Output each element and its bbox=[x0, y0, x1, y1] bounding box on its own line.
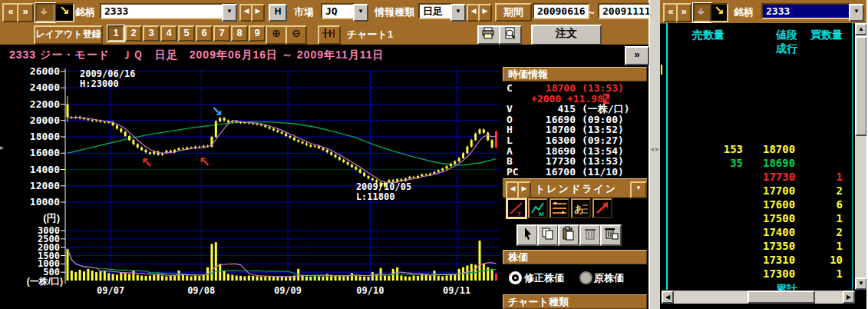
board-expand-button[interactable]: » bbox=[676, 3, 691, 22]
layout-7-button[interactable]: 7 bbox=[213, 25, 230, 42]
symbol-input[interactable]: 2333 bbox=[100, 3, 236, 19]
zoom-in-button[interactable]: ⊕ bbox=[266, 25, 287, 45]
svg-text:14000: 14000 bbox=[30, 164, 60, 175]
layout-1-button[interactable]: 1 bbox=[107, 25, 124, 42]
svg-text:09/08: 09/08 bbox=[187, 285, 215, 296]
layout-8-button[interactable]: 8 bbox=[231, 25, 248, 42]
quote-value: 16690 bbox=[528, 115, 576, 125]
print-button[interactable] bbox=[477, 25, 500, 45]
preview-icon bbox=[503, 27, 518, 39]
printer-icon bbox=[481, 27, 497, 39]
market-select[interactable]: JQ bbox=[321, 3, 356, 19]
order-button[interactable]: 注文 bbox=[531, 25, 602, 45]
layout-3-button[interactable]: 3 bbox=[143, 25, 160, 42]
adjusted-price-radio[interactable] bbox=[509, 271, 522, 284]
expand-panel-button[interactable]: » bbox=[625, 46, 649, 65]
scroll-up-button[interactable]: ▲ bbox=[855, 23, 867, 35]
trendline-bar: ◀ ▶ トレンドライン ▼ bbox=[503, 178, 647, 198]
move-window-icon[interactable]: ↔ ↕ bbox=[35, 3, 55, 22]
board-horizontal-scrollbar[interactable]: ◀ ▶ bbox=[662, 291, 855, 304]
sell-qty: 35 bbox=[674, 156, 743, 170]
price-level: 17730 bbox=[763, 170, 810, 184]
scroll-right-button[interactable]: ▶ bbox=[843, 291, 855, 304]
book-row-18690[interactable]: 3518690 bbox=[668, 156, 852, 170]
book-row-18700[interactable]: 15318700 bbox=[668, 142, 852, 156]
market-dropdown-button[interactable]: ▼ bbox=[353, 4, 368, 22]
zigzag-tool-button[interactable]: M bbox=[528, 198, 548, 218]
price-chart-canvas[interactable]: 1000012000140001600018000200002200024000… bbox=[0, 65, 503, 309]
book-row-17730[interactable]: 177301 bbox=[668, 170, 852, 184]
book-row-17400[interactable]: 174002 bbox=[668, 225, 852, 239]
spacer bbox=[674, 42, 743, 55]
period-to-input[interactable]: 20091111 bbox=[598, 3, 652, 19]
arrow-tool-button[interactable] bbox=[592, 198, 612, 218]
book-row-17500[interactable]: 175001 bbox=[668, 211, 852, 225]
candle-bars-glyph bbox=[321, 27, 338, 40]
scroll-left-button[interactable]: ◀ bbox=[662, 291, 674, 304]
move-arrows-glyph2: ↕ bbox=[37, 4, 51, 18]
symbol-dropdown-button[interactable]: ▼ bbox=[222, 4, 237, 22]
book-row-17350[interactable]: 173501 bbox=[668, 239, 852, 253]
svg-text:T: T bbox=[517, 211, 521, 217]
print-preview-button[interactable] bbox=[499, 25, 522, 45]
quote-row-A: A18690(13:54) bbox=[503, 146, 647, 157]
svg-text:↘: ↘ bbox=[211, 104, 223, 119]
layout-5-button[interactable]: 5 bbox=[178, 25, 195, 42]
link-window-icon[interactable]: ↘ bbox=[54, 3, 74, 22]
chart-switch-icon[interactable] bbox=[318, 25, 341, 45]
board-symbol-dropdown-button[interactable]: ▼ bbox=[849, 4, 864, 22]
trendline-icon: T bbox=[508, 200, 525, 217]
fib-lines-tool-button[interactable] bbox=[550, 198, 569, 218]
adjusted-price-label[interactable]: 修正株価 bbox=[524, 271, 564, 285]
price-header: 値段 bbox=[763, 28, 810, 42]
info-type-select[interactable]: 日足 bbox=[418, 3, 454, 19]
delete-all-button[interactable] bbox=[600, 224, 622, 246]
layout-9-button[interactable]: 9 bbox=[249, 25, 266, 42]
raw-price-radio[interactable] bbox=[579, 271, 592, 284]
splitter-expand-arrow[interactable]: ▸ bbox=[655, 145, 659, 153]
trash-all-icon bbox=[603, 226, 619, 241]
horizontal-scroll-thumb[interactable] bbox=[748, 291, 815, 304]
delete-button[interactable] bbox=[579, 224, 601, 246]
layout-6-button[interactable]: 6 bbox=[196, 25, 213, 42]
quote-label bbox=[503, 94, 528, 105]
text-tool-button[interactable]: あ bbox=[571, 198, 591, 218]
svg-text:H:23000: H:23000 bbox=[80, 78, 119, 89]
vertical-scroll-thumb[interactable] bbox=[855, 36, 867, 136]
layout-register-button[interactable]: レイアウト登録 bbox=[34, 25, 103, 45]
book-row-17310[interactable]: 1731010 bbox=[668, 253, 852, 267]
expand-right-button[interactable]: » bbox=[17, 3, 34, 22]
svg-text:↖: ↖ bbox=[141, 155, 153, 171]
period-next-button[interactable]: ▶ bbox=[478, 4, 492, 22]
left-splitter-arrow[interactable]: ▸ bbox=[0, 143, 4, 151]
history-button[interactable]: H bbox=[269, 4, 287, 22]
info-type-dropdown-button[interactable]: ▼ bbox=[451, 4, 466, 22]
raw-price-label[interactable]: 原株価 bbox=[594, 271, 624, 285]
board-link-window-icon[interactable]: ↘ bbox=[710, 3, 728, 22]
splitter-collapse-arrow[interactable]: ◂ bbox=[650, 145, 654, 153]
paste-icon bbox=[561, 226, 576, 241]
quote-value: 16300 bbox=[528, 135, 576, 146]
book-row-17600[interactable]: 176006 bbox=[668, 198, 852, 211]
trendline-tool-button[interactable]: T bbox=[507, 198, 526, 218]
quote-panel: C18700(13:53)+2000 +11.98%V415(一株/口)O166… bbox=[503, 83, 647, 178]
scroll-down-button[interactable]: ▼ bbox=[855, 277, 867, 290]
board-symbol-input[interactable]: 2333 bbox=[761, 3, 850, 19]
book-row-17300[interactable]: 173001 bbox=[668, 267, 852, 281]
sell-qty bbox=[674, 267, 743, 281]
zoom-out-button[interactable]: ⊖ bbox=[285, 25, 307, 45]
board-vertical-scrollbar[interactable]: ▲ ▼ bbox=[855, 23, 867, 290]
buy-qty: 6 bbox=[810, 198, 846, 211]
trend-next-button[interactable]: ▶ bbox=[517, 181, 531, 198]
symbol-next-button[interactable]: ▶ bbox=[251, 4, 265, 22]
trendline-dropdown-button[interactable]: ▼ bbox=[630, 181, 647, 198]
copy-button[interactable] bbox=[537, 224, 559, 246]
svg-text:10000: 10000 bbox=[30, 196, 60, 208]
paste-button[interactable] bbox=[558, 224, 579, 246]
pointer-tool-button[interactable] bbox=[517, 224, 538, 246]
period-from-input[interactable]: 20090616 bbox=[533, 3, 589, 19]
layout-2-button[interactable]: 2 bbox=[125, 25, 142, 42]
layout-4-button[interactable]: 4 bbox=[160, 25, 177, 42]
board-move-window-icon[interactable]: ↔ ↕ bbox=[693, 3, 711, 22]
book-row-17700[interactable]: 177002 bbox=[668, 184, 852, 198]
